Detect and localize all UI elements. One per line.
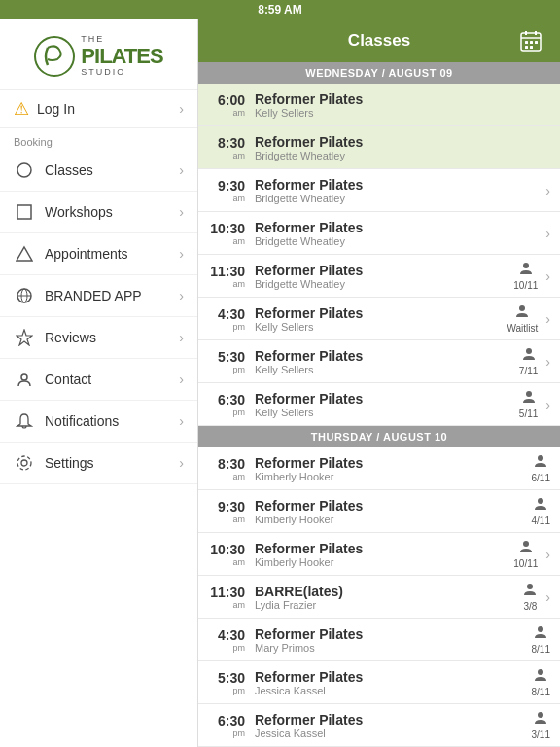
calendar-icon[interactable] <box>517 27 544 54</box>
class-info: Reformer PilatesBridgette Wheatley <box>255 220 542 247</box>
classes-list[interactable]: WEDNESDAY / AUGUST 096:00amReformer Pila… <box>198 62 560 747</box>
class-item[interactable]: 6:30pmReformer PilatesKelly Sellers5/11› <box>198 383 560 426</box>
chevron-right-icon: › <box>545 354 550 370</box>
class-item[interactable]: 8:30amReformer PilatesBridgette Wheatley <box>198 126 560 169</box>
class-item[interactable]: 8:30amReformer PilatesKimberly Hooker6/1… <box>198 447 560 490</box>
class-instructor: Bridgette Wheatley <box>255 235 542 247</box>
count-badge: 4/11 <box>532 516 550 526</box>
notifications-icon <box>14 410 35 432</box>
class-item[interactable]: 4:30pmReformer PilatesKelly SellersWaitl… <box>198 298 560 340</box>
svg-point-1 <box>18 163 31 177</box>
class-info: Reformer PilatesKelly Sellers <box>255 91 550 119</box>
class-instructor: Mary Primos <box>255 642 532 654</box>
class-name: Reformer Pilates <box>255 220 542 235</box>
class-time: 6:30pm <box>208 713 245 738</box>
class-time: 6:00am <box>208 92 245 118</box>
class-instructor: Jessica Kassel <box>255 685 532 696</box>
count-badge: 3/11 <box>532 729 550 740</box>
workshops-chevron-icon: › <box>179 204 184 220</box>
class-right: 3/11 <box>532 710 550 740</box>
class-right: 7/11› <box>519 346 550 376</box>
class-count: 6/11 <box>532 453 550 483</box>
count-badge: 8/11 <box>532 687 550 697</box>
class-item[interactable]: 9:30amReformer PilatesBridgette Wheatley… <box>198 169 560 212</box>
class-right: 10/11› <box>513 261 550 291</box>
class-instructor: Kelly Sellers <box>255 407 519 418</box>
sidebar-item-settings[interactable]: Settings › <box>0 443 197 484</box>
class-time: 6:30pm <box>208 392 245 417</box>
class-info: BARRE(lates)Lydia Frazier <box>255 584 522 611</box>
sidebar-item-reviews[interactable]: Reviews › <box>0 317 197 359</box>
class-name: BARRE(lates) <box>255 584 522 599</box>
sidebar-notifications-label: Notifications <box>45 413 179 429</box>
svg-rect-2 <box>18 205 31 219</box>
class-item[interactable]: 6:00amReformer PilatesKelly Sellers <box>198 84 560 126</box>
sidebar-item-branded-app[interactable]: BRANDED APP › <box>0 275 197 317</box>
class-time: 8:30am <box>208 135 245 160</box>
class-item[interactable]: 4:30pmReformer PilatesMary Primos8/11 <box>198 619 560 661</box>
class-count: 4/11 <box>532 496 550 526</box>
count-badge: 7/11 <box>519 366 538 376</box>
class-item[interactable]: 11:30amReformer PilatesBridgette Wheatle… <box>198 255 560 298</box>
class-name: Reformer Pilates <box>255 263 513 278</box>
class-item[interactable]: 10:30amReformer PilatesBridgette Wheatle… <box>198 212 560 255</box>
class-item[interactable]: 5:30pmReformer PilatesJessica Kassel8/11 <box>198 661 560 704</box>
chevron-right-icon: › <box>545 547 550 562</box>
class-item[interactable]: 9:30amReformer PilatesKimberly Hooker4/1… <box>198 490 560 533</box>
chevron-right-icon: › <box>545 226 550 241</box>
person-icon <box>518 261 534 280</box>
reviews-icon <box>14 327 35 348</box>
class-right: 10/11› <box>513 539 550 569</box>
class-item[interactable]: 6:30pmReformer PilatesJessica Kassel3/11 <box>198 704 560 747</box>
person-icon <box>514 303 530 323</box>
booking-label: Booking <box>0 132 197 150</box>
class-info: Reformer PilatesBridgette Wheatley <box>255 134 550 161</box>
day-header: WEDNESDAY / AUGUST 09 <box>198 62 560 84</box>
login-item[interactable]: ⚠ Log In › <box>0 89 197 128</box>
sidebar-item-classes[interactable]: Classes › <box>0 150 197 192</box>
waitlist-badge: Waitlist <box>507 323 538 334</box>
class-count: 5/11 <box>519 389 538 419</box>
svg-rect-16 <box>530 41 533 44</box>
class-instructor: Bridgette Wheatley <box>255 150 550 161</box>
chevron-right-icon: › <box>545 397 550 412</box>
sidebar-reviews-label: Reviews <box>45 330 179 345</box>
class-count: 10/11 <box>513 539 538 569</box>
class-instructor: Jessica Kassel <box>255 728 532 739</box>
class-time: 10:30am <box>208 221 245 246</box>
count-badge: 5/11 <box>519 409 538 419</box>
class-item[interactable]: 5:30pmReformer PilatesKelly Sellers7/11› <box>198 340 560 383</box>
svg-point-26 <box>523 541 529 547</box>
svg-point-28 <box>538 626 543 632</box>
svg-point-21 <box>519 305 525 311</box>
svg-point-10 <box>18 456 31 470</box>
class-instructor: Kimberly Hooker <box>255 471 532 482</box>
class-right: Waitlist› <box>507 303 550 334</box>
svg-point-30 <box>538 712 543 718</box>
class-time: 4:30pm <box>208 627 245 653</box>
class-right: 6/11 <box>532 453 550 483</box>
sidebar-item-workshops[interactable]: Workshops › <box>0 192 197 233</box>
class-time: 5:30pm <box>208 349 245 374</box>
login-label: Log In <box>37 101 179 117</box>
person-icon <box>533 496 548 516</box>
svg-point-8 <box>21 374 27 380</box>
class-instructor: Bridgette Wheatley <box>255 278 513 290</box>
svg-rect-17 <box>535 41 538 44</box>
person-icon <box>533 710 548 729</box>
contact-icon <box>14 369 35 390</box>
chevron-right-icon: › <box>545 311 550 327</box>
sidebar-item-contact[interactable]: Contact › <box>0 359 197 401</box>
class-time: 5:30pm <box>208 670 245 695</box>
svg-point-23 <box>526 391 532 397</box>
class-name: Reformer Pilates <box>255 669 532 685</box>
class-name: Reformer Pilates <box>255 498 532 514</box>
sidebar-item-appointments[interactable]: Appointments › <box>0 233 197 275</box>
class-instructor: Kelly Sellers <box>255 321 507 333</box>
sidebar-item-notifications[interactable]: Notifications › <box>0 401 197 443</box>
class-name: Reformer Pilates <box>255 626 532 642</box>
class-info: Reformer PilatesJessica Kassel <box>255 669 532 696</box>
class-item[interactable]: 10:30amReformer PilatesKimberly Hooker10… <box>198 533 560 576</box>
class-item[interactable]: 11:30amBARRE(lates)Lydia Frazier3/8› <box>198 576 560 619</box>
contact-chevron-icon: › <box>179 372 184 387</box>
